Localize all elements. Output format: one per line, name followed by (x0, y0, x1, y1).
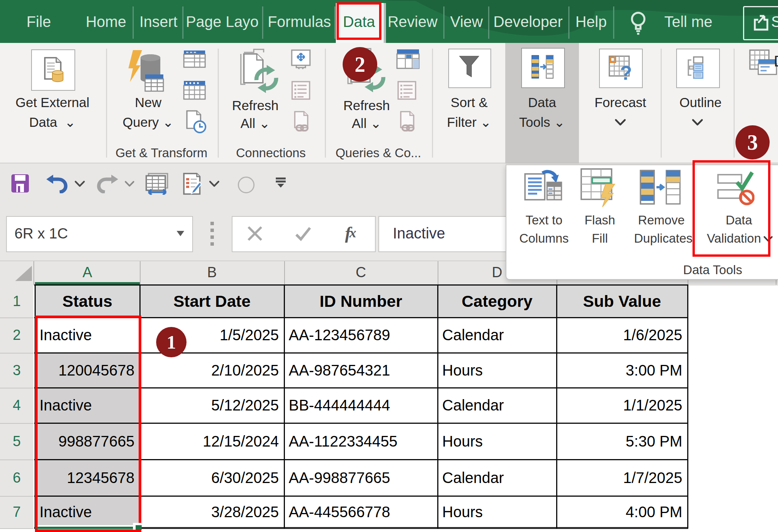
svg-text:?: ? (620, 62, 632, 81)
